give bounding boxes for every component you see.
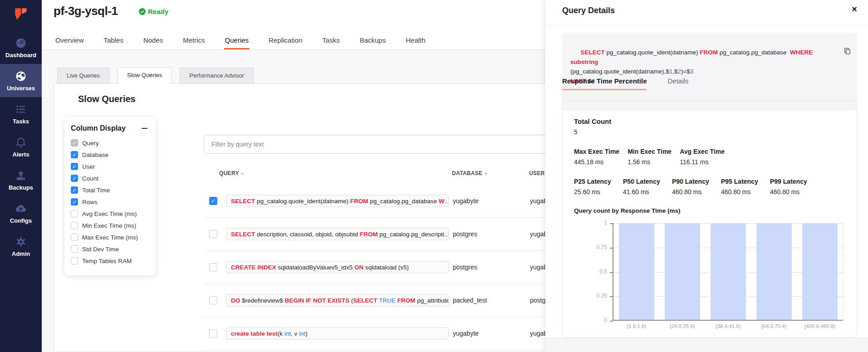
query-text[interactable]: DO $redefineview$ BEGIN IF NOT EXISTS (S… [226, 294, 449, 307]
close-icon[interactable]: × [852, 5, 857, 14]
sidebar-item-tasks[interactable]: Tasks [0, 97, 42, 130]
row-checkbox[interactable]: ✓ [209, 197, 217, 205]
column-option-label: Min Exec Time (ms) [82, 222, 136, 229]
tab-health[interactable]: Health [405, 32, 426, 49]
subtab-performance-advisor[interactable]: Performance Advisor [180, 68, 254, 84]
column-option-label: Max Exec Time (ms) [82, 234, 138, 241]
sidebar-item-label: Universes [7, 85, 35, 92]
checkbox[interactable]: ✓ [71, 186, 78, 194]
tab-replication[interactable]: Replication [268, 32, 303, 49]
bar [756, 223, 792, 320]
x-axis-labels: [1.5,1.6)[24.0,25.6)[38.4,41.6)[64.0,70.… [613, 323, 843, 329]
column-option-total-time[interactable]: ✓Total Time [71, 186, 149, 194]
details-tab-response-time-percentile[interactable]: Response Time Percentile [562, 77, 647, 90]
checkbox[interactable] [71, 222, 78, 229]
collapse-icon[interactable] [142, 125, 148, 132]
axis-tick [610, 223, 613, 224]
x-axis-label: [1.5,1.6) [619, 323, 654, 329]
row-checkbox[interactable] [209, 296, 217, 304]
section-title: Slow Queries [78, 94, 136, 104]
column-option-user[interactable]: ✓User [71, 163, 149, 170]
column-option-avg-exec-time-ms[interactable]: Avg Exec Time (ms) [71, 210, 149, 217]
yugabyte-logo[interactable] [11, 5, 30, 26]
tab-tables[interactable]: Tables [103, 32, 124, 49]
alerts-icon [15, 136, 27, 149]
row-checkbox[interactable] [209, 329, 217, 337]
page-title: pf-3g-ysql-1 [54, 4, 118, 18]
tab-tasks[interactable]: Tasks [321, 32, 340, 49]
sidebar-item-backups[interactable]: Backups [0, 163, 42, 196]
column-option-database[interactable]: ✓Database [71, 151, 149, 158]
y-axis-label: 0 [574, 317, 607, 323]
query-text[interactable]: CREATE INDEX sqldataloadByValuev5_idx5 O… [226, 261, 449, 274]
column-option-temp-tables-ram[interactable]: Temp Tables RAM [71, 257, 149, 264]
checkbox[interactable]: ✓ [71, 139, 78, 147]
query-text[interactable]: SELECT pg_catalog.quote_ident(datname) F… [226, 195, 449, 207]
y-axis-label: 0.5 [574, 269, 607, 275]
tab-overview[interactable]: Overview [54, 32, 85, 49]
sort-icon[interactable]: ▾▴ [241, 171, 244, 176]
sidebar-item-configs[interactable]: Configs [0, 196, 42, 230]
query-text[interactable]: SELECT description, classoid, objoid, ob… [226, 228, 449, 240]
y-axis-label: 0.75 [574, 244, 607, 250]
row-checkbox[interactable] [209, 263, 217, 271]
column-option-label: Std Dev Time [82, 246, 119, 253]
sidebar-item-universes[interactable]: Universes [0, 64, 42, 97]
sort-icon[interactable]: ▾▴ [484, 171, 487, 176]
query-text[interactable]: create table test(k int, v int) [226, 328, 449, 340]
column-header-database[interactable]: DATABASE▾▴ [452, 170, 487, 176]
backups-icon [15, 169, 27, 182]
checkbox[interactable]: ✓ [71, 151, 78, 158]
stat-value: 460.80 ms [672, 188, 713, 196]
stat-label: P95 Latency [721, 178, 762, 185]
column-option-label: Query [82, 140, 99, 147]
checkbox[interactable] [71, 245, 78, 253]
checkbox[interactable] [71, 257, 78, 264]
details-tabs: Response Time PercentileDetails [562, 77, 688, 90]
column-option-min-exec-time-ms[interactable]: Min Exec Time (ms) [71, 222, 149, 229]
stat-label: P99 Latency [770, 178, 811, 185]
checkbox[interactable]: ✓ [71, 175, 78, 182]
sidebar-item-admin[interactable]: Admin [0, 230, 42, 263]
column-option-max-exec-time-ms[interactable]: Max Exec Time (ms) [71, 234, 149, 241]
column-option-rows[interactable]: ✓Rows [71, 198, 149, 205]
stat-label: Min Exec Time [628, 148, 672, 155]
axis-tick [610, 272, 613, 273]
tab-nodes[interactable]: Nodes [142, 32, 164, 49]
stat-label: P25 Latency [574, 178, 615, 185]
x-axis-label: [64.0,70.4) [756, 323, 792, 329]
sidebar-item-dashboard[interactable]: Dashboard [0, 31, 42, 64]
checkbox[interactable] [71, 210, 78, 217]
row-checkbox[interactable] [209, 230, 217, 238]
details-tab-details[interactable]: Details [667, 77, 688, 90]
checkbox[interactable]: ✓ [71, 163, 78, 170]
checkbox[interactable]: ✓ [71, 198, 78, 205]
checkbox[interactable] [71, 234, 78, 241]
copy-icon[interactable] [830, 38, 851, 68]
tab-queries[interactable]: Queries [224, 32, 250, 49]
database-cell: postgres [453, 230, 477, 238]
database-cell: yugabyte [453, 330, 479, 337]
user-cell: yugab [530, 197, 547, 205]
subtab-slow-queries[interactable]: Slow Queries [118, 67, 172, 84]
query-filter-input[interactable] [204, 135, 558, 154]
stat-p25-latency: P25 Latency25.60 ms [574, 178, 615, 196]
response-time-chart: [1.5,1.6)[24.0,25.6)[38.4,41.6)[64.0,70.… [574, 219, 845, 337]
subtab-live-queries[interactable]: Live Queries [57, 68, 109, 84]
column-option-query[interactable]: ✓Query [71, 139, 149, 147]
y-axis-label: 1 [574, 220, 607, 226]
column-option-count[interactable]: ✓Count [71, 175, 149, 182]
stat-avg-exec-time: Avg Exec Time116.11 ms [680, 148, 725, 166]
user-cell: yugab [530, 330, 547, 337]
stat-p95-latency: P95 Latency460.80 ms [721, 178, 762, 196]
universes-icon [15, 70, 27, 83]
tab-metrics[interactable]: Metrics [182, 32, 206, 49]
axis-tick [610, 321, 613, 322]
stat-value: 116.11 ms [680, 158, 725, 166]
sidebar-item-label: Backups [9, 184, 33, 191]
tab-backups[interactable]: Backups [359, 32, 387, 49]
app-window: DashboardUniversesTasksAlertsBackupsConf… [0, 0, 868, 352]
column-header-query[interactable]: QUERY▾▴ [219, 170, 244, 176]
column-option-std-dev-time[interactable]: Std Dev Time [71, 245, 149, 253]
sidebar-item-alerts[interactable]: Alerts [0, 130, 42, 163]
